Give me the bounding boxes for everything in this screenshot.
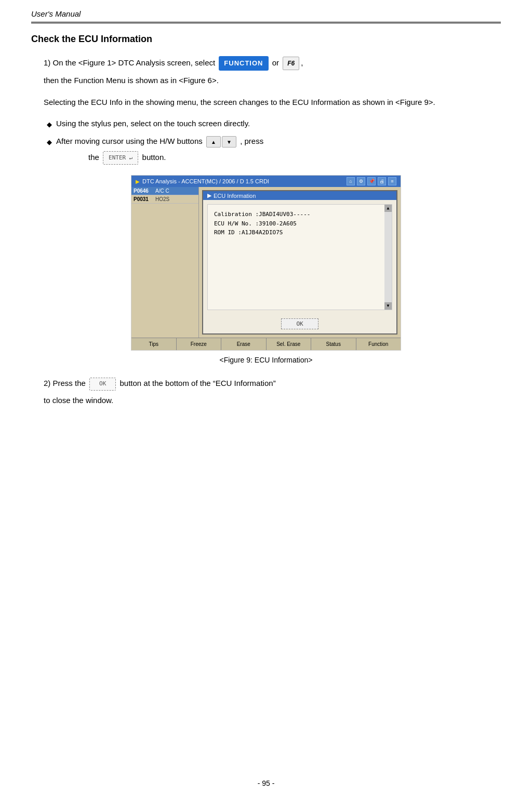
scroll-up-icon[interactable]: ▲ bbox=[384, 205, 392, 212]
scroll-down-icon[interactable]: ▼ bbox=[384, 302, 392, 310]
figure-9-container: ▶ DTC Analysis - ACCENT(MC) / 2006 / D 1… bbox=[31, 175, 501, 364]
enter-button-inline: ENTER ↵ bbox=[103, 151, 138, 165]
dialog-footer: OK bbox=[203, 314, 396, 333]
scr-btn-sel-erase[interactable]: Sel. Erase bbox=[267, 338, 312, 350]
dialog-title-arrow: ▶ bbox=[207, 192, 211, 199]
dtc-code-1: P0031 bbox=[134, 196, 153, 202]
dtc-row-0: P0646 A/C C bbox=[131, 187, 198, 195]
paragraph-3: 2) Press the OK button at the bottom of … bbox=[44, 377, 501, 407]
ecu-info-dialog-overlay: ▶ ECU Information Calibration :JBADI4UV0… bbox=[199, 187, 401, 338]
scr-titlebar: ▶ DTC Analysis - ACCENT(MC) / 2006 / D 1… bbox=[131, 176, 401, 187]
para1-or: or bbox=[272, 58, 279, 67]
dialog-ok-button[interactable]: OK bbox=[281, 318, 318, 329]
bullet-item-1: ◆ Using the stylus pen, select on the to… bbox=[47, 117, 501, 130]
dialog-body: Calibration :JBADI4UV03----- ECU H/W No.… bbox=[207, 204, 392, 310]
bullet-list: ◆ Using the stylus pen, select on the to… bbox=[47, 117, 501, 165]
bullet2-continuation: the ENTER ↵ button. bbox=[88, 150, 501, 165]
scr-icon-print: 🖨 bbox=[378, 177, 386, 185]
scr-body: P0646 A/C C P0031 HO2S ▶ ECU Informati bbox=[131, 187, 401, 338]
screenshot-figure9: ▶ DTC Analysis - ACCENT(MC) / 2006 / D 1… bbox=[131, 175, 401, 351]
para3-line1: 2) Press the OK button at the bottom of … bbox=[44, 377, 501, 390]
para3-prefix: 2) Press the bbox=[44, 379, 86, 387]
scr-dtc-list: P0646 A/C C P0031 HO2S bbox=[131, 187, 199, 338]
dialog-line-2: ROM ID :A1JB4A2DIO7S bbox=[214, 228, 385, 237]
scr-titlebar-left: ▶ DTC Analysis - ACCENT(MC) / 2006 / D 1… bbox=[136, 178, 269, 184]
para3-suffix: button at the bottom of the “ECU Informa… bbox=[119, 379, 275, 387]
scr-titlebar-icons: ⌂ ⚙ 📌 🖨 ≡ bbox=[347, 177, 396, 185]
scr-btn-function[interactable]: Function bbox=[356, 338, 401, 350]
scr-icon-menu: ≡ bbox=[388, 177, 396, 185]
paragraph-1: 1) On the <Figure 1> DTC Analysis screen… bbox=[44, 56, 501, 87]
dialog-line-0: Calibration :JBADI4UV03----- bbox=[214, 210, 385, 219]
up-arrow-button: ▲ bbox=[206, 136, 221, 148]
para1-prefix: 1) On the <Figure 1> DTC Analysis screen… bbox=[44, 58, 215, 67]
para1-line2: then the Function Menu is shown as in <F… bbox=[44, 74, 501, 87]
dtc-code-0: P0646 bbox=[134, 188, 153, 194]
dialog-line-1: ECU H/W No. :39100-2A605 bbox=[214, 219, 385, 229]
ecu-info-dialog: ▶ ECU Information Calibration :JBADI4UV0… bbox=[202, 190, 397, 334]
dtc-desc-0: A/C C bbox=[155, 188, 169, 194]
dialog-scrollbar: ▲ ▼ bbox=[384, 205, 392, 310]
page-header: User's Manual bbox=[31, 9, 501, 23]
paragraph-2: Selecting the ECU Info in the showing me… bbox=[44, 96, 501, 109]
function-button-inline: FUNCTION bbox=[219, 56, 268, 71]
bullet-diamond-2: ◆ bbox=[47, 137, 52, 148]
arrow-buttons-inline: ▲ ▼ bbox=[206, 136, 236, 148]
bullet1-text: Using the stylus pen, select on the touc… bbox=[56, 117, 250, 130]
section-heading: Check the ECU Information bbox=[31, 34, 501, 45]
scr-btn-tips[interactable]: Tips bbox=[131, 338, 177, 350]
para1-line1: 1) On the <Figure 1> DTC Analysis screen… bbox=[44, 56, 501, 71]
scr-icon-gear: ⚙ bbox=[357, 177, 365, 185]
para2-text: Selecting the ECU Info in the showing me… bbox=[44, 96, 501, 109]
f6-button-inline: F6 bbox=[283, 57, 299, 70]
down-arrow-button: ▼ bbox=[222, 136, 236, 148]
scr-icon-home: ⌂ bbox=[347, 177, 355, 185]
scr-btn-freeze[interactable]: Freeze bbox=[177, 338, 222, 350]
bullet2-text: After moving cursor using the H/W button… bbox=[56, 135, 263, 148]
bullet-item-2: ◆ After moving cursor using the H/W butt… bbox=[47, 135, 501, 148]
para3-line2: to close the window. bbox=[44, 394, 501, 407]
dtc-desc-1: HO2S bbox=[155, 196, 169, 202]
scr-icon-pin: 📌 bbox=[367, 177, 376, 185]
scr-title-arrow-icon: ▶ bbox=[136, 179, 140, 184]
manual-title: User's Manual bbox=[31, 9, 81, 18]
scr-bottombar: Tips Freeze Erase Sel. Erase Status Func… bbox=[131, 338, 401, 350]
para1-comma: , bbox=[301, 58, 303, 67]
page-footer: - 95 - bbox=[0, 779, 532, 787]
bullet-diamond-1: ◆ bbox=[47, 119, 52, 130]
dialog-title-text: ECU Information bbox=[214, 193, 256, 199]
scr-title-text: DTC Analysis - ACCENT(MC) / 2006 / D 1.5… bbox=[142, 178, 269, 184]
scr-btn-status[interactable]: Status bbox=[311, 338, 356, 350]
scr-btn-erase[interactable]: Erase bbox=[221, 338, 267, 350]
figure-caption: <Figure 9: ECU Information> bbox=[220, 356, 313, 364]
dtc-row-1: P0031 HO2S bbox=[131, 195, 198, 204]
ok-button-inline: OK bbox=[89, 378, 116, 391]
dialog-titlebar: ▶ ECU Information bbox=[203, 191, 396, 200]
page-number: - 95 - bbox=[258, 779, 275, 787]
